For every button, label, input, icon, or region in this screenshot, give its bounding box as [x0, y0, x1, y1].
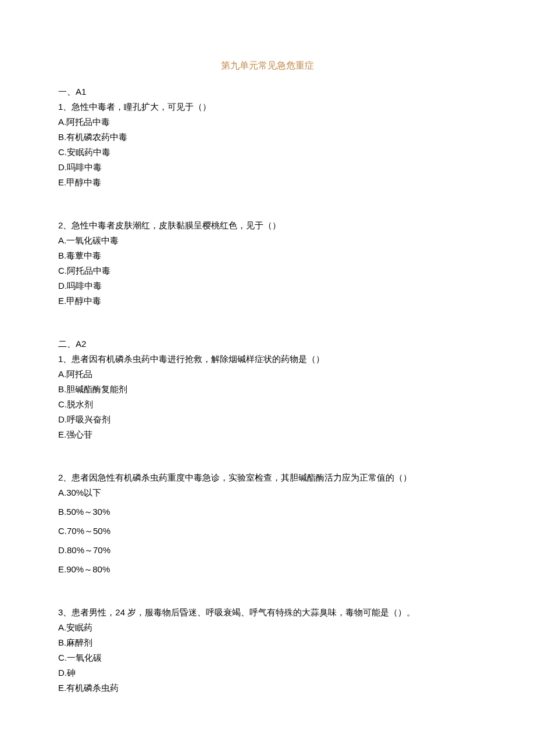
option-e: E.有机磷杀虫药 — [58, 681, 477, 695]
option-a: A.阿托品中毒 — [58, 115, 477, 129]
option-b: B.毒蕈中毒 — [58, 249, 477, 263]
question-stem: 1、患者因有机磷杀虫药中毒进行抢救，解除烟碱样症状的药物是（） — [58, 352, 477, 366]
question-block: 2、急性中毒者皮肤潮红，皮肤黏膜呈樱桃红色，见于（） A.一氧化碳中毒 B.毒蕈… — [58, 218, 477, 308]
option-a: A.一氧化碳中毒 — [58, 234, 477, 248]
option-a: A.阿托品 — [58, 367, 477, 381]
section-header-a2: 二、A2 — [58, 337, 477, 351]
question-block: 1、患者因有机磷杀虫药中毒进行抢救，解除烟碱样症状的药物是（） A.阿托品 B.… — [58, 352, 477, 442]
question-stem: 2、急性中毒者皮肤潮红，皮肤黏膜呈樱桃红色，见于（） — [58, 218, 477, 232]
option-c: C.脱水剂 — [58, 397, 477, 411]
option-e: E.90%～80% — [58, 562, 477, 576]
option-d: D.呼吸兴奋剂 — [58, 413, 477, 427]
option-b: B.有机磷农药中毒 — [58, 130, 477, 144]
option-c: C.阿托品中毒 — [58, 264, 477, 278]
option-c: C.70%～50% — [58, 524, 477, 538]
option-b: B.麻醉剂 — [58, 636, 477, 650]
option-b: B.胆碱酯酶复能剂 — [58, 382, 477, 396]
question-stem: 2、患者因急性有机磷杀虫药重度中毒急诊，实验室检查，其胆碱酯酶活力应为正常值的（… — [58, 471, 477, 485]
section-header-a1: 一、A1 — [58, 85, 477, 99]
page-title: 第九单元常见急危重症 — [58, 58, 477, 73]
question-block: 3、患者男性，24 岁，服毒物后昏迷、呼吸衰竭、呼气有特殊的大蒜臭味，毒物可能是… — [58, 605, 477, 695]
option-e: E.甲醇中毒 — [58, 294, 477, 308]
option-c: C.安眠药中毒 — [58, 145, 477, 159]
option-a: A.安眠药 — [58, 621, 477, 635]
option-b: B.50%～30% — [58, 505, 477, 519]
option-d: D.吗啡中毒 — [58, 279, 477, 293]
question-block: 1、急性中毒者，瞳孔扩大，可见于（） A.阿托品中毒 B.有机磷农药中毒 C.安… — [58, 100, 477, 189]
option-d: D.吗啡中毒 — [58, 160, 477, 174]
option-d: D.80%～70% — [58, 543, 477, 557]
option-e: E.甲醇中毒 — [58, 175, 477, 189]
option-c: C.一氧化碳 — [58, 651, 477, 665]
option-d: D.砷 — [58, 666, 477, 680]
option-e: E.强心苷 — [58, 428, 477, 442]
question-stem: 1、急性中毒者，瞳孔扩大，可见于（） — [58, 100, 477, 114]
question-stem: 3、患者男性，24 岁，服毒物后昏迷、呼吸衰竭、呼气有特殊的大蒜臭味，毒物可能是… — [58, 605, 477, 619]
question-block: 2、患者因急性有机磷杀虫药重度中毒急诊，实验室检查，其胆碱酯酶活力应为正常值的（… — [58, 471, 477, 576]
document-page: 第九单元常见急危重症 一、A1 1、急性中毒者，瞳孔扩大，可见于（） A.阿托品… — [0, 0, 535, 731]
option-a: A.30%以下 — [58, 486, 477, 500]
